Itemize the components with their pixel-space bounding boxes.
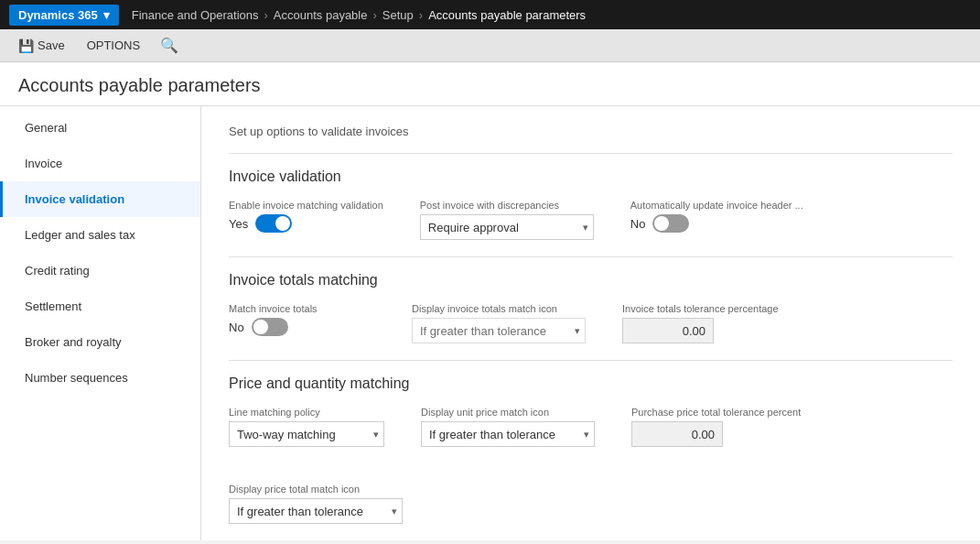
divider-top	[229, 153, 953, 154]
breadcrumb-setup[interactable]: Setup	[382, 8, 414, 22]
display-totals-icon-select[interactable]: If greater than tolerance	[412, 318, 586, 343]
field-display-totals-icon: Display invoice totals match icon If gre…	[412, 303, 586, 343]
section-header-invoice-totals: Invoice totals matching	[229, 272, 953, 288]
sidebar-item-invoice-validation[interactable]: Invoice validation	[0, 181, 200, 217]
auto-update-toggle[interactable]	[652, 214, 689, 233]
field-purchase-price-total-tolerance-pct: Purchase price total tolerance percent	[631, 407, 801, 447]
line-matching-policy-wrapper: Two-way matching Three-way matching	[229, 421, 384, 447]
display-price-total-icon-wrapper: If greater than tolerance Always	[229, 498, 403, 524]
toggle-knob	[275, 216, 290, 231]
auto-update-value: No	[630, 217, 646, 231]
sidebar-item-credit-rating[interactable]: Credit rating	[0, 253, 200, 288]
field-display-unit-price-icon: Display unit price match icon If greater…	[421, 407, 595, 447]
invoice-totals-fields: Match invoice totals No Display invoice …	[229, 303, 953, 343]
toggle-knob-2	[654, 216, 669, 231]
page-title: Accounts payable parameters	[18, 75, 962, 96]
search-button[interactable]: 🔍	[153, 33, 186, 58]
invoice-validation-fields: Enable invoice matching validation Yes P…	[229, 200, 953, 240]
toolbar: 💾 Save OPTIONS 🔍	[0, 29, 980, 62]
display-totals-icon-wrapper: If greater than tolerance	[412, 318, 586, 343]
content-area: Set up options to validate invoices Invo…	[201, 106, 980, 540]
save-button[interactable]: 💾 Save	[9, 35, 74, 57]
save-icon: 💾	[18, 38, 34, 53]
main-layout: General Invoice Invoice validation Ledge…	[0, 106, 980, 540]
enable-matching-value: Yes	[229, 217, 248, 231]
match-totals-toggle-container: No	[229, 318, 375, 336]
field-line-matching-policy: Line matching policy Two-way matching Th…	[229, 407, 384, 447]
top-nav: Dynamics 365 ▾ Finance and Operations › …	[0, 0, 980, 29]
save-label: Save	[38, 38, 65, 52]
breadcrumb: Finance and Operations › Accounts payabl…	[132, 8, 586, 22]
divider-1	[229, 256, 953, 257]
line-matching-policy-select[interactable]: Two-way matching Three-way matching	[229, 421, 384, 447]
sidebar: General Invoice Invoice validation Ledge…	[0, 106, 201, 540]
post-invoice-select-wrapper: Require approval Allow with warning Not …	[420, 214, 594, 240]
sidebar-item-broker-royalty[interactable]: Broker and royalty	[0, 324, 200, 360]
enable-matching-toggle-container: Yes	[229, 214, 383, 233]
options-button[interactable]: OPTIONS	[78, 35, 150, 56]
sidebar-item-settlement[interactable]: Settlement	[0, 288, 200, 324]
options-label: OPTIONS	[87, 38, 141, 52]
label-enable-matching: Enable invoice matching validation	[229, 200, 383, 211]
breadcrumb-current: Accounts payable parameters	[428, 8, 586, 22]
sep1: ›	[264, 8, 268, 22]
field-auto-update: Automatically update invoice header ... …	[630, 200, 803, 240]
search-icon: 🔍	[160, 38, 178, 53]
label-display-price-total-icon: Display price total match icon	[229, 484, 403, 495]
sidebar-item-ledger-sales-tax[interactable]: Ledger and sales tax	[0, 217, 200, 253]
divider-2	[229, 360, 953, 361]
section-header-price-quantity: Price and quantity matching	[229, 375, 953, 392]
brand-label: Dynamics 365	[18, 8, 98, 22]
field-post-invoice: Post invoice with discrepancies Require …	[420, 200, 594, 240]
field-display-price-total-icon: Display price total match icon If greate…	[229, 484, 403, 524]
match-totals-value: No	[229, 321, 244, 334]
label-display-unit-price-icon: Display unit price match icon	[421, 407, 595, 418]
sidebar-item-invoice[interactable]: Invoice	[0, 146, 200, 181]
field-enable-matching: Enable invoice matching validation Yes	[229, 200, 383, 240]
toggle-knob-3	[253, 320, 268, 334]
totals-tolerance-pct-input[interactable]	[622, 318, 714, 343]
label-purchase-price-total-tolerance-pct: Purchase price total tolerance percent	[631, 407, 801, 418]
sep2: ›	[372, 8, 376, 22]
display-price-total-icon-select[interactable]: If greater than tolerance Always	[229, 498, 403, 524]
dynamics-brand[interactable]: Dynamics 365 ▾	[9, 5, 119, 26]
breadcrumb-ap[interactable]: Accounts payable	[274, 8, 368, 22]
label-line-matching-policy: Line matching policy	[229, 407, 384, 418]
price-quantity-row1: Line matching policy Two-way matching Th…	[229, 407, 953, 524]
purchase-price-total-tolerance-pct-input[interactable]	[631, 421, 723, 447]
label-auto-update: Automatically update invoice header ...	[630, 200, 803, 211]
label-post-invoice: Post invoice with discrepancies	[420, 200, 594, 211]
post-invoice-select[interactable]: Require approval Allow with warning Not …	[420, 214, 594, 240]
label-totals-tolerance-pct: Invoice totals tolerance percentage	[622, 303, 779, 314]
enable-matching-toggle[interactable]	[255, 214, 292, 233]
breadcrumb-finance: Finance and Operations	[132, 8, 259, 22]
sidebar-item-general[interactable]: General	[0, 110, 200, 146]
sidebar-item-number-sequences[interactable]: Number sequences	[0, 360, 200, 396]
section-header-invoice-validation: Invoice validation	[229, 169, 953, 185]
sep3: ›	[419, 8, 423, 22]
label-display-totals-icon: Display invoice totals match icon	[412, 303, 586, 314]
brand-chevron: ▾	[103, 8, 110, 22]
field-totals-tolerance-pct: Invoice totals tolerance percentage	[622, 303, 779, 343]
section-subtitle: Set up options to validate invoices	[229, 125, 953, 138]
display-unit-price-icon-select[interactable]: If greater than tolerance Always	[421, 421, 595, 447]
label-match-totals: Match invoice totals	[229, 303, 375, 314]
field-match-totals: Match invoice totals No	[229, 303, 375, 343]
match-totals-toggle[interactable]	[252, 318, 288, 336]
page-header: Accounts payable parameters	[0, 62, 980, 106]
display-unit-price-icon-wrapper: If greater than tolerance Always	[421, 421, 595, 447]
auto-update-toggle-container: No	[630, 214, 803, 233]
